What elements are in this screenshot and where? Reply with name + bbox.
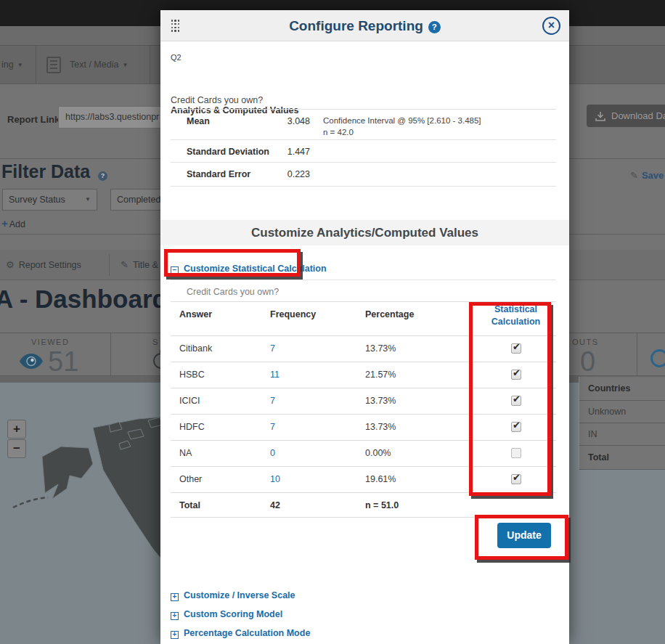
col-header-line: Statistical	[494, 304, 537, 314]
dropouts-stat-label: OUTS	[572, 338, 599, 346]
close-icon[interactable]: ×	[542, 17, 560, 35]
dropdown-value: Survey Status	[9, 189, 65, 210]
customize-section-title: Customize Analytics/Computed Values	[160, 220, 569, 245]
pencil-icon: ✎	[121, 259, 128, 270]
map-zoom-in-button[interactable]: +	[7, 420, 26, 439]
analytics-label: Mean	[187, 116, 210, 126]
chevron-down-icon: ▼	[122, 62, 128, 68]
answer-cell: Citibank	[179, 343, 212, 354]
divider	[171, 362, 556, 362]
total-label: Total	[179, 500, 200, 510]
divider	[637, 333, 637, 375]
filter-help-icon[interactable]: ?	[98, 171, 107, 181]
add-filter-button[interactable]: +Add	[1, 217, 25, 229]
question-text: Credit Cards you own?	[171, 95, 263, 105]
answer-cell: HDFC	[179, 422, 205, 432]
divider	[171, 301, 556, 302]
download-label: Download Da	[611, 110, 665, 121]
stat-calc-checkbox[interactable]	[511, 343, 521, 354]
percentage-cell: 0.00%	[365, 448, 391, 458]
custom-scoring-model-link[interactable]: +Custom Scoring Model	[171, 609, 282, 620]
link-label: Customize / Inverse Scale	[184, 590, 295, 600]
dashboard-title: A - Dashboard	[0, 285, 168, 314]
expand-icon[interactable]: +	[171, 612, 179, 620]
configure-reporting-modal: Configure Reporting? × Q2 Credit Cards y…	[160, 10, 569, 644]
country-row: IN	[579, 423, 665, 446]
toolbar-section-label: Text / Media	[70, 60, 118, 70]
col-header-percentage: Percentage	[365, 309, 414, 319]
toolbar-section-label: ing	[1, 60, 14, 70]
modal-header: Configure Reporting? ×	[160, 10, 569, 41]
divider	[171, 466, 556, 467]
dropdown-value: Completed	[117, 189, 160, 210]
divider	[171, 414, 556, 415]
toolbar-section-trending[interactable]: ing▼	[0, 46, 36, 83]
analytics-row-std-err: Standard Error 0.223	[171, 162, 556, 187]
expand-icon[interactable]: +	[171, 593, 179, 601]
analytics-row-mean: Mean 3.048 Confidence Interval @ 95% [2.…	[171, 109, 556, 139]
divider	[171, 440, 556, 441]
countries-total-row: Total	[579, 446, 665, 470]
report-link-label: Report Link	[7, 114, 60, 125]
stat-calc-checkbox[interactable]	[511, 474, 521, 484]
divider	[109, 254, 110, 276]
countries-header: Countries	[579, 377, 665, 401]
col-header-answer: Answer	[179, 309, 212, 319]
download-data-button[interactable]: Download Da	[587, 105, 665, 127]
total-frequency: 42	[270, 500, 280, 510]
map-zoom-out-button[interactable]: −	[7, 439, 26, 458]
frequency-link[interactable]: 7	[270, 396, 275, 406]
divider	[171, 335, 556, 336]
frequency-link[interactable]: 7	[270, 343, 275, 354]
screen: ing▼ Text / Media▼ Report Link https://l…	[0, 0, 665, 644]
percentage-cell: 13.73%	[365, 396, 396, 406]
frequency-link[interactable]: 0	[270, 448, 275, 458]
tab-title-logo[interactable]: ✎Title & L	[121, 250, 166, 280]
percentage-calculation-mode-link[interactable]: +Percentage Calculation Mode	[171, 628, 310, 639]
analytics-row-std-dev: Standard Deviation 1.447	[171, 139, 556, 162]
col-header-line: Calculation	[491, 317, 540, 327]
divider	[171, 492, 556, 493]
collapse-icon[interactable]: −	[171, 266, 179, 274]
col-header-statistical-calculation: StatisticalCalculation	[481, 303, 551, 328]
chevron-down-icon: ▼	[17, 62, 23, 68]
frequency-link[interactable]: 7	[270, 422, 275, 432]
stat-calc-checkbox[interactable]	[511, 396, 521, 406]
analytics-note: Confidence Interval @ 95% [2.610 - 3.485…	[323, 115, 481, 138]
countries-panel: Countries Unknown IN Total	[579, 377, 665, 470]
expand-icon[interactable]: +	[171, 631, 179, 639]
answer-cell: NA	[179, 448, 192, 458]
question-text: Credit Cards you own?	[187, 287, 279, 297]
text-media-icon	[46, 57, 61, 73]
confidence-interval: Confidence Interval @ 95% [2.610 - 3.485…	[323, 116, 481, 125]
stat-calc-checkbox[interactable]	[511, 422, 521, 432]
toolbar-section-text-media[interactable]: Text / Media▼	[36, 46, 150, 83]
question-code: Q2	[171, 53, 181, 62]
update-button[interactable]: Update	[497, 523, 551, 548]
link-label: Customize Statistical Calculation	[184, 264, 327, 274]
plus-icon: +	[1, 217, 8, 229]
frequency-link[interactable]: 11	[270, 370, 280, 380]
survey-status-dropdown[interactable]: Survey Status▼	[2, 189, 97, 211]
percentage-cell: 19.61%	[365, 474, 396, 484]
viewed-stat-label: VIEWED	[31, 338, 69, 346]
help-icon[interactable]: ?	[428, 21, 441, 33]
pencil-icon: ✎	[630, 170, 638, 181]
divider	[171, 388, 556, 388]
completion-ring-icon	[650, 349, 665, 367]
customize-statistical-calculation-link[interactable]: −Customize Statistical Calculation	[171, 264, 327, 274]
chevron-down-icon: ▼	[85, 189, 91, 210]
link-label: Custom Scoring Model	[184, 609, 282, 619]
save-link[interactable]: ✎Save R	[630, 170, 665, 181]
stat-calc-checkbox[interactable]	[511, 370, 521, 380]
customize-inverse-scale-link[interactable]: +Customize / Inverse Scale	[171, 590, 295, 601]
col-header-frequency: Frequency	[270, 309, 316, 319]
tab-report-settings[interactable]: ⚙Report Settings	[6, 250, 81, 280]
analytics-value: 1.447	[278, 147, 310, 157]
stat-calc-checkbox[interactable]	[511, 448, 521, 458]
answer-cell: ICICI	[179, 396, 200, 406]
dropouts-stat-value: 0	[580, 348, 595, 375]
add-label: Add	[9, 219, 25, 229]
started-stat-label: S	[152, 338, 159, 346]
frequency-link[interactable]: 10	[270, 474, 280, 484]
